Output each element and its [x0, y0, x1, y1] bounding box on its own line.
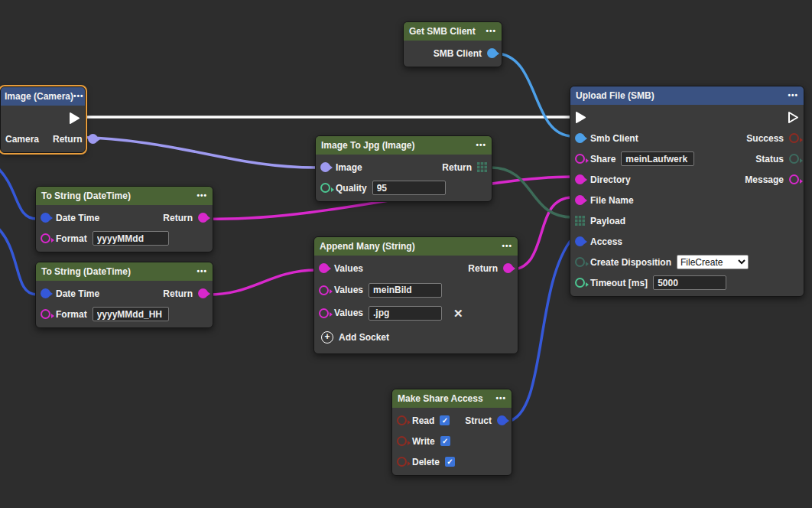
read-checkbox[interactable]: ✓ [440, 415, 450, 425]
quality-field[interactable] [372, 181, 446, 195]
node-get-smb-client[interactable]: Get SMB Client ••• SMB Client [403, 21, 502, 67]
node-image-to-jpg[interactable]: Image To Jpg (Image) ••• Image Return Qu… [315, 135, 492, 202]
input-label: Delete [412, 457, 440, 467]
menu-icon[interactable]: ••• [73, 87, 84, 106]
values-input-socket[interactable] [319, 308, 329, 318]
write-checkbox[interactable]: ✓ [440, 436, 450, 446]
values-input-socket[interactable] [319, 285, 329, 295]
remove-socket-icon[interactable]: ✕ [453, 308, 463, 319]
node-append-many[interactable]: Append Many (String) ••• Values Return V… [313, 236, 518, 354]
read-input-socket[interactable] [397, 415, 407, 425]
add-socket-icon[interactable]: + [321, 331, 333, 344]
wire-smbclient[interactable] [495, 54, 573, 136]
create-disposition-input-socket[interactable] [575, 257, 585, 267]
menu-icon[interactable]: ••• [476, 136, 486, 155]
access-input-socket[interactable] [575, 236, 585, 246]
payload-grid-socket[interactable] [575, 216, 585, 226]
node-header[interactable]: Make Share Access ••• [392, 389, 512, 408]
node-title: To String (DateTime) [41, 190, 131, 201]
return-output-socket[interactable] [198, 213, 208, 223]
node-header[interactable]: Get SMB Client ••• [404, 22, 502, 41]
directory-input-socket[interactable] [575, 174, 585, 184]
values-field-2[interactable] [369, 306, 442, 321]
node-title: Upload File (SMB) [576, 90, 654, 101]
node-image-camera[interactable]: Image (Camera) ••• Camera Return [0, 86, 86, 153]
node-upload-file[interactable]: Upload File (SMB) ••• Smb Client Success [570, 86, 804, 297]
format-input-socket[interactable] [41, 309, 50, 319]
timeout-input-socket[interactable] [575, 278, 585, 288]
share-input-socket[interactable] [575, 154, 585, 164]
values-input-socket[interactable] [319, 263, 329, 273]
write-input-socket[interactable] [397, 436, 407, 446]
menu-icon[interactable]: ••• [788, 86, 798, 105]
node-header[interactable]: Image To Jpg (Image) ••• [316, 136, 492, 155]
quality-input-socket[interactable] [320, 183, 330, 193]
timeout-field[interactable] [653, 275, 726, 290]
exec-out-icon[interactable] [69, 112, 80, 125]
input-label: Values [334, 263, 363, 274]
output-label: Return [53, 134, 83, 145]
input-label: Format [56, 233, 87, 244]
smb-client-output-socket[interactable] [487, 48, 497, 58]
struct-output-socket[interactable] [497, 415, 507, 425]
format-input-socket[interactable] [41, 233, 50, 243]
input-label: Date Time [56, 288, 99, 299]
node-to-string-1[interactable]: To String (DateTime) ••• Date Time Retur… [35, 186, 213, 252]
node-canvas[interactable]: Get SMB Client ••• SMB Client Image (Cam… [0, 0, 812, 508]
node-title: Image To Jpg (Image) [321, 140, 414, 151]
input-label: Share [590, 154, 615, 164]
date-time-input-socket[interactable] [41, 213, 50, 223]
output-label: Success [746, 133, 784, 144]
node-header[interactable]: To String (DateTime) ••• [36, 187, 213, 205]
node-title: Make Share Access [398, 393, 483, 404]
smb-client-input-socket[interactable] [575, 133, 585, 143]
node-header[interactable]: Append Many (String) ••• [314, 237, 518, 256]
create-disposition-select[interactable]: FileCreate [677, 255, 749, 269]
input-label: Values [334, 308, 363, 318]
return-output-socket[interactable] [503, 263, 513, 273]
input-label: Format [56, 309, 87, 320]
values-field-1[interactable] [369, 283, 442, 298]
status-output-socket[interactable] [789, 154, 799, 164]
return-output-socket[interactable] [198, 288, 208, 298]
node-to-string-2[interactable]: To String (DateTime) ••• Date Time Retur… [35, 262, 213, 328]
format-field[interactable] [93, 231, 169, 246]
message-output-socket[interactable] [789, 174, 799, 184]
success-output-socket[interactable] [789, 133, 799, 143]
node-header[interactable]: Image (Camera) ••• [1, 87, 85, 106]
menu-icon[interactable]: ••• [502, 237, 512, 256]
delete-input-socket[interactable] [397, 457, 407, 467]
delete-checkbox[interactable]: ✓ [445, 457, 455, 467]
add-socket-label[interactable]: Add Socket [339, 332, 389, 343]
node-header[interactable]: Upload File (SMB) ••• [570, 86, 804, 105]
format-field[interactable] [93, 307, 169, 321]
image-input-socket[interactable] [320, 162, 330, 172]
input-label: Read [412, 415, 434, 426]
wire-format2-to-values[interactable] [205, 270, 317, 295]
node-make-share-access[interactable]: Make Share Access ••• Read ✓ Struct Writ… [391, 389, 512, 476]
exec-in-icon[interactable] [575, 111, 586, 124]
date-time-input-socket[interactable] [41, 288, 50, 298]
node-header[interactable]: To String (DateTime) ••• [36, 262, 213, 281]
return-grid-socket[interactable] [477, 162, 487, 172]
wire-datetime-2[interactable] [0, 224, 37, 295]
camera-return-output-socket[interactable] [88, 134, 98, 144]
input-label: Write [412, 436, 435, 447]
menu-icon[interactable]: ••• [197, 262, 207, 281]
node-title: To String (DateTime) [41, 266, 131, 277]
wire-camera-to-image[interactable] [75, 137, 317, 168]
wire-datetime-1[interactable] [0, 164, 37, 219]
input-label: Date Time [56, 213, 99, 223]
menu-icon[interactable]: ••• [197, 187, 207, 205]
file-name-input-socket[interactable] [575, 195, 585, 205]
output-label: SMB Client [434, 48, 482, 59]
exec-out-icon[interactable] [788, 111, 799, 124]
output-label: Struct [465, 415, 492, 426]
menu-icon[interactable]: ••• [495, 389, 506, 408]
input-label: Values [334, 285, 363, 295]
menu-icon[interactable]: ••• [486, 22, 496, 41]
share-field[interactable] [621, 151, 694, 166]
wire-jpg-to-payload[interactable] [491, 168, 573, 217]
input-label: Payload [590, 216, 625, 226]
input-label: Directory [590, 174, 631, 185]
